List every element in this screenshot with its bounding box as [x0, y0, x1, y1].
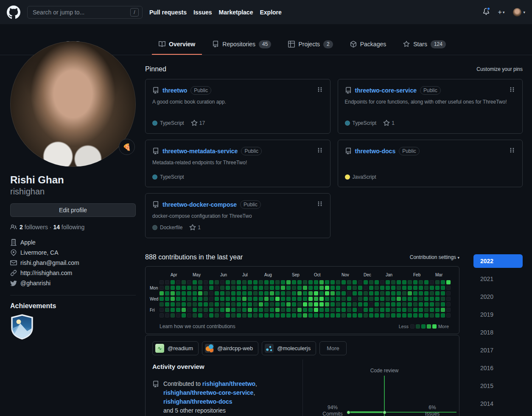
contribution-cell[interactable] [419, 313, 423, 318]
contribution-cell[interactable] [187, 280, 191, 284]
contribution-cell[interactable] [319, 302, 324, 306]
contribution-cell[interactable] [303, 313, 307, 318]
contribution-cell[interactable] [397, 308, 401, 312]
contribution-cell[interactable] [259, 308, 263, 312]
contribution-cell[interactable] [165, 291, 169, 295]
contribution-cell[interactable] [308, 302, 313, 306]
contribution-cell[interactable] [446, 308, 451, 312]
tab-repositories[interactable]: Repositories 45 [205, 34, 278, 55]
contribution-cell[interactable] [353, 297, 357, 301]
contribution-cell[interactable] [242, 308, 246, 312]
contribution-cell[interactable] [369, 291, 373, 295]
contribution-cell[interactable] [275, 297, 280, 301]
contribution-cell[interactable] [215, 286, 219, 290]
user-menu[interactable]: ▾ [513, 8, 525, 17]
contribution-cell[interactable] [330, 291, 335, 295]
contribution-cell[interactable] [319, 313, 324, 318]
contribution-cell[interactable] [231, 302, 235, 306]
contribution-cell[interactable] [325, 308, 329, 312]
contribution-cell[interactable] [386, 302, 390, 306]
contribution-cell[interactable] [182, 291, 186, 295]
contribution-cell[interactable] [198, 280, 202, 284]
contribution-cell[interactable] [242, 297, 246, 301]
contribution-cell[interactable] [187, 313, 191, 318]
contribution-cell[interactable] [424, 280, 428, 284]
contribution-cell[interactable] [286, 313, 291, 318]
contribution-cell[interactable] [237, 297, 241, 301]
header-nav-link[interactable]: Pull requests [149, 9, 187, 16]
contribution-cell[interactable] [209, 302, 213, 306]
contribution-cell[interactable] [281, 291, 285, 295]
contribution-cell[interactable] [275, 308, 280, 312]
contribution-cell[interactable] [165, 286, 169, 290]
contribution-cell[interactable] [330, 302, 335, 306]
contribution-cell[interactable] [342, 286, 346, 290]
contribution-cell[interactable] [369, 308, 373, 312]
contribution-cell[interactable] [215, 308, 219, 312]
contribution-cell[interactable] [441, 286, 445, 290]
contribution-cell[interactable] [364, 280, 368, 284]
contribution-cell[interactable] [165, 297, 169, 301]
contribution-cell[interactable] [441, 291, 445, 295]
contribution-cell[interactable] [275, 286, 280, 290]
contribution-cell[interactable] [237, 286, 241, 290]
contribution-cell[interactable] [165, 302, 169, 306]
contribution-cell[interactable] [308, 291, 313, 295]
contribution-cell[interactable] [336, 297, 340, 301]
contribution-cell[interactable] [430, 302, 434, 306]
contribution-cell[interactable] [281, 297, 285, 301]
year-item[interactable]: 2018 [473, 326, 523, 339]
contribution-cell[interactable] [369, 286, 373, 290]
contribution-cell[interactable] [264, 308, 269, 312]
contribution-cell[interactable] [204, 313, 208, 318]
contribution-cell[interactable] [297, 286, 302, 290]
contribution-cell[interactable] [286, 291, 291, 295]
tab-overview[interactable]: Overview [152, 34, 202, 55]
contribution-cell[interactable] [342, 297, 346, 301]
contribution-cell[interactable] [176, 302, 180, 306]
contribution-cell[interactable] [441, 313, 445, 318]
contribution-cell[interactable] [160, 291, 164, 295]
search-input[interactable] [33, 9, 130, 16]
contribution-cell[interactable] [347, 286, 351, 290]
contribution-cell[interactable] [297, 313, 302, 318]
contribution-cell[interactable] [204, 286, 208, 290]
contribution-cell[interactable] [226, 280, 230, 284]
header-nav-link[interactable]: Explore [260, 9, 281, 16]
contribution-cell[interactable] [264, 280, 269, 284]
contribution-cell[interactable] [171, 280, 175, 284]
contribution-cell[interactable] [330, 286, 335, 290]
contribution-cell[interactable] [419, 291, 423, 295]
contribution-cell[interactable] [231, 297, 235, 301]
contribution-cell[interactable] [435, 291, 440, 295]
contribution-cell[interactable] [419, 308, 423, 312]
contribution-cell[interactable] [242, 291, 246, 295]
contribution-cell[interactable] [435, 308, 440, 312]
contribution-cell[interactable] [397, 297, 401, 301]
contribution-cell[interactable] [171, 291, 175, 295]
contribution-cell[interactable] [325, 286, 329, 290]
organization-button[interactable]: @readium [152, 341, 199, 355]
contribution-cell[interactable] [397, 291, 401, 295]
contribution-cell[interactable] [413, 302, 417, 306]
contribution-cell[interactable] [325, 291, 329, 295]
drag-grip-icon[interactable] [509, 86, 515, 95]
followers-following[interactable]: 2 followers · 14 following [10, 224, 136, 230]
contribution-cell[interactable] [391, 308, 395, 312]
contribution-cell[interactable] [419, 286, 423, 290]
contribution-cell[interactable] [171, 297, 175, 301]
contribution-cell[interactable] [364, 313, 368, 318]
contribution-cell[interactable] [286, 286, 291, 290]
contribution-cell[interactable] [292, 313, 296, 318]
contribution-cell[interactable] [209, 308, 213, 312]
contribution-cell[interactable] [380, 286, 384, 290]
contribution-cell[interactable] [259, 313, 263, 318]
contribution-cell[interactable] [336, 291, 340, 295]
year-item[interactable]: 2022 [473, 254, 523, 268]
contribution-cell[interactable] [358, 291, 362, 295]
contribution-cell[interactable] [281, 280, 285, 284]
contribution-cell[interactable] [413, 291, 417, 295]
create-new-menu[interactable]: +▾ [498, 8, 505, 16]
contribution-cell[interactable] [369, 280, 373, 284]
contribution-cell[interactable] [391, 286, 395, 290]
